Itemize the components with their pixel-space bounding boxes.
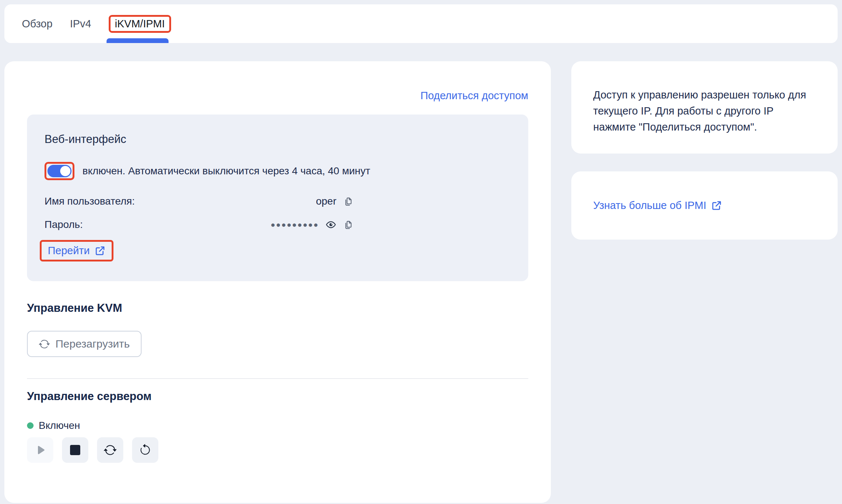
password-label: Пароль: xyxy=(45,219,83,230)
page: Обзор IPv4 iKVM/IPMI Поделиться доступом… xyxy=(0,0,842,504)
show-password-button[interactable] xyxy=(325,219,336,230)
web-interface-title: Веб-интерфейс xyxy=(45,133,511,146)
play-icon xyxy=(34,443,47,457)
password-row: Пароль: ●●●●●●●●● xyxy=(45,219,353,230)
reset-server-button[interactable] xyxy=(132,437,158,463)
go-link-highlight-box: Перейти xyxy=(40,240,113,261)
eye-icon xyxy=(325,219,336,230)
copy-password-button[interactable] xyxy=(343,220,353,230)
copy-username-button[interactable] xyxy=(343,197,353,206)
kvm-reboot-label: Перезагрузить xyxy=(55,338,130,350)
web-interface-toggle-row: включен. Автоматически выключится через … xyxy=(45,162,511,180)
ikvm-ipmi-panel: Поделиться доступом Веб-интерфейс включе… xyxy=(4,61,551,503)
active-tab-indicator xyxy=(107,38,169,43)
server-section-title: Управление сервером xyxy=(27,390,528,403)
access-note-card: Доступ к управлению разрешен только для … xyxy=(571,61,838,154)
username-value-group: oper xyxy=(316,195,353,207)
toggle-highlight-box xyxy=(45,162,74,180)
password-value-group: ●●●●●●●●● xyxy=(271,219,353,230)
username-label: Имя пользователя: xyxy=(45,195,135,207)
refresh-icon xyxy=(39,338,50,350)
stop-icon xyxy=(70,445,80,455)
power-off-button[interactable] xyxy=(62,437,88,463)
tab-highlight-box: iKVM/IPMI xyxy=(109,15,171,33)
share-access-link[interactable]: Поделиться доступом xyxy=(420,90,528,102)
section-divider xyxy=(27,378,528,379)
copy-icon xyxy=(343,197,353,206)
external-link-icon xyxy=(711,200,722,211)
tab-overview[interactable]: Обзор xyxy=(22,18,53,30)
learn-more-card: Узнать больше об IPMI xyxy=(571,171,838,240)
kvm-section-title: Управление KVM xyxy=(27,302,528,315)
go-link[interactable]: Перейти xyxy=(48,245,105,257)
access-note-text: Доступ к управлению разрешен только для … xyxy=(593,87,812,135)
credentials: Имя пользователя: oper xyxy=(45,195,353,230)
tab-ipv4[interactable]: IPv4 xyxy=(70,18,91,30)
refresh-icon xyxy=(104,443,117,457)
username-row: Имя пользователя: oper xyxy=(45,195,353,207)
reboot-server-button[interactable] xyxy=(97,437,123,463)
kvm-reboot-button[interactable]: Перезагрузить xyxy=(27,331,142,357)
tab-bar: Обзор IPv4 iKVM/IPMI xyxy=(4,4,838,43)
password-masked-value: ●●●●●●●●● xyxy=(271,220,319,230)
status-dot-icon xyxy=(27,422,34,429)
learn-more-label: Узнать больше об IPMI xyxy=(593,199,706,212)
server-status-label: Включен xyxy=(39,420,80,431)
web-interface-card: Веб-интерфейс включен. Автоматически вык… xyxy=(27,115,528,281)
server-status-row: Включен xyxy=(27,420,528,431)
web-interface-toggle[interactable] xyxy=(47,165,72,177)
tab-ikvm-ipmi[interactable]: iKVM/IPMI xyxy=(115,18,165,30)
share-access-row: Поделиться доступом xyxy=(27,90,528,104)
toggle-knob xyxy=(60,166,70,176)
go-row: Перейти xyxy=(45,240,511,261)
toggle-status-text: включен. Автоматически выключится через … xyxy=(82,165,370,177)
copy-icon xyxy=(343,220,353,230)
learn-more-link[interactable]: Узнать больше об IPMI xyxy=(593,199,722,212)
power-on-button[interactable] xyxy=(27,437,53,463)
username-value: oper xyxy=(316,195,336,207)
server-control-buttons xyxy=(27,437,528,463)
external-link-icon xyxy=(95,245,105,256)
rotate-left-icon xyxy=(139,444,151,456)
go-link-label: Перейти xyxy=(48,245,90,257)
